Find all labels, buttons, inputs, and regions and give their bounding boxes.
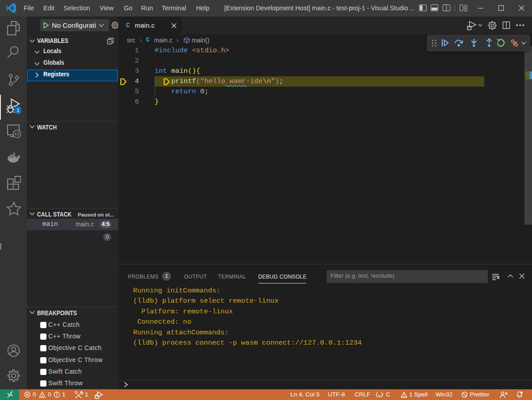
svg-text:1: 1 [17,108,19,113]
